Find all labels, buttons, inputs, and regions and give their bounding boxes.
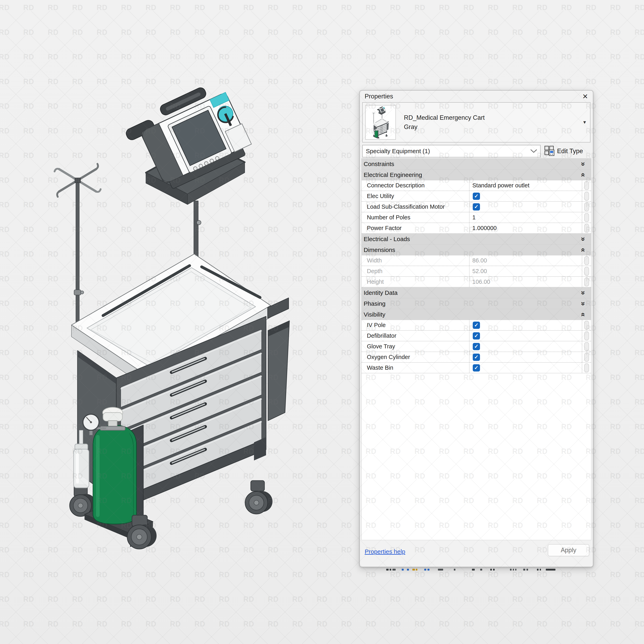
property-label: Defibrillator bbox=[367, 332, 396, 339]
property-row-height: Height106.00 bbox=[362, 277, 591, 287]
expand-section-icon[interactable]: » bbox=[580, 161, 587, 167]
property-label: Load Sub-Classification Motor bbox=[367, 203, 445, 210]
monitor-pole bbox=[191, 201, 201, 264]
associate-parameter-button[interactable] bbox=[584, 202, 589, 211]
section-header-identity-data[interactable]: Identity Data» bbox=[362, 287, 591, 298]
pressure-gauge bbox=[83, 414, 99, 430]
selection-filter-combobox[interactable]: Specialty Equipment (1) bbox=[362, 145, 541, 157]
section-header-dimensions[interactable]: Dimensions« bbox=[362, 245, 591, 255]
toolbar-fragment-dash bbox=[493, 569, 495, 571]
property-row-elec-utility: Elec Utility✓ bbox=[362, 191, 591, 202]
close-icon[interactable]: ✕ bbox=[582, 93, 588, 100]
associate-parameter-button[interactable] bbox=[584, 342, 589, 351]
property-label: Width bbox=[367, 257, 382, 264]
type-dropdown-icon[interactable]: ▼ bbox=[579, 120, 590, 125]
associate-parameter-button[interactable] bbox=[584, 181, 589, 190]
selection-filter-label: Specialty Equipment (1) bbox=[366, 148, 530, 155]
type-name-block: RD_Medical Emergency Cart Gray bbox=[404, 113, 579, 132]
property-row-connector-description: Connector DescriptionStandard power outl… bbox=[362, 180, 591, 191]
checkbox-glove-tray[interactable]: ✓ bbox=[473, 343, 480, 350]
property-row-defibrillator: Defibrillator✓ bbox=[362, 331, 591, 341]
associate-parameter-button[interactable] bbox=[584, 331, 589, 340]
property-row-depth: Depth52.00 bbox=[362, 266, 591, 277]
property-label: Connector Description bbox=[367, 182, 425, 189]
property-row-glove-tray: Glove Tray✓ bbox=[362, 341, 591, 352]
associate-parameter-button[interactable] bbox=[584, 267, 589, 276]
property-value: 106.00 bbox=[472, 279, 490, 285]
toolbar-fragment-dash bbox=[412, 569, 415, 571]
property-label: Waste Bin bbox=[367, 364, 393, 371]
property-row-width: Width86.00 bbox=[362, 255, 591, 266]
associate-parameter-button[interactable] bbox=[584, 224, 589, 233]
filter-row: Specialty Equipment (1) Edit Type bbox=[362, 144, 590, 158]
property-label: Height bbox=[367, 279, 384, 285]
toolbar-fragment-dash bbox=[523, 569, 525, 571]
checkbox-waste-bin[interactable]: ✓ bbox=[473, 364, 480, 372]
associate-parameter-button[interactable] bbox=[584, 353, 589, 362]
expand-section-icon[interactable]: » bbox=[580, 289, 587, 296]
toolbar-fragment-dash bbox=[402, 569, 404, 571]
edit-type-button[interactable]: Edit Type bbox=[544, 146, 583, 157]
toolbar-fragment-dash bbox=[472, 569, 475, 571]
edit-type-label: Edit Type bbox=[557, 148, 583, 155]
checkbox-load-sub-classification-motor[interactable]: ✓ bbox=[473, 203, 480, 211]
caster-right bbox=[245, 481, 272, 514]
checkbox-elec-utility[interactable]: ✓ bbox=[473, 193, 480, 200]
property-label: Power Factor bbox=[367, 225, 401, 231]
section-label: Visibility bbox=[364, 311, 580, 318]
chevron-down-icon bbox=[530, 149, 537, 153]
iv-pole bbox=[55, 164, 101, 327]
toolbar-fragment-dash bbox=[510, 569, 512, 571]
property-value[interactable]: 1 bbox=[472, 214, 476, 221]
cart-illustration bbox=[55, 78, 289, 549]
toolbar-fragment-dash bbox=[392, 569, 396, 571]
associate-parameter-button[interactable] bbox=[584, 256, 589, 265]
properties-grid: Constraints»Electrical Engineering«Conne… bbox=[361, 158, 591, 540]
expand-section-icon[interactable]: » bbox=[580, 236, 587, 243]
associate-parameter-button[interactable] bbox=[584, 363, 589, 372]
property-row-iv-pole: IV Pole✓ bbox=[362, 320, 591, 331]
toolbar-fragment-dash bbox=[427, 569, 429, 571]
collapse-section-icon[interactable]: « bbox=[580, 311, 587, 318]
checkbox-oxygen-cylinder[interactable]: ✓ bbox=[473, 354, 480, 361]
section-header-phasing[interactable]: Phasing» bbox=[362, 298, 591, 309]
panel-titlebar: Properties ✕ bbox=[360, 91, 593, 102]
apply-button[interactable]: Apply bbox=[548, 544, 589, 556]
toolbar-fragment-dash bbox=[407, 569, 409, 571]
section-label: Electrical Engineering bbox=[364, 171, 580, 178]
property-label: Elec Utility bbox=[367, 193, 394, 199]
property-label: Depth bbox=[367, 268, 382, 275]
associate-parameter-button[interactable] bbox=[584, 278, 589, 286]
associate-parameter-button[interactable] bbox=[584, 192, 589, 201]
type-selector[interactable]: RD_Medical Emergency Cart Gray ▼ bbox=[362, 102, 590, 142]
associate-parameter-button[interactable] bbox=[584, 213, 589, 222]
property-row-power-factor: Power Factor1.000000 bbox=[362, 223, 591, 234]
family-name: RD_Medical Emergency Cart bbox=[404, 113, 579, 122]
property-value: 52.00 bbox=[472, 268, 487, 275]
checkbox-defibrillator[interactable]: ✓ bbox=[473, 332, 480, 340]
waste-bin bbox=[268, 298, 289, 421]
suction-canister bbox=[74, 444, 89, 488]
section-header-visibility[interactable]: Visibility« bbox=[362, 309, 591, 320]
toolbar-fragment-dash bbox=[386, 569, 389, 571]
section-header-electrical-engineering[interactable]: Electrical Engineering« bbox=[362, 169, 591, 180]
toolbar-fragment-dash bbox=[480, 569, 482, 571]
section-header-electrical-loads[interactable]: Electrical - Loads» bbox=[362, 234, 591, 245]
toolbar-fragment-dash bbox=[515, 569, 516, 571]
properties-help-link[interactable]: Properties help bbox=[365, 548, 405, 555]
property-value[interactable]: 1.000000 bbox=[472, 225, 497, 231]
section-header-constraints[interactable]: Constraints» bbox=[362, 159, 591, 169]
property-row-load-sub-classification-motor: Load Sub-Classification Motor✓ bbox=[362, 202, 591, 212]
section-label: Constraints bbox=[364, 161, 580, 167]
checkbox-iv-pole[interactable]: ✓ bbox=[473, 322, 480, 329]
property-label: Number of Poles bbox=[367, 214, 410, 221]
toolbar-fragment-dash bbox=[526, 569, 528, 571]
property-value[interactable]: Standard power outlet bbox=[472, 182, 529, 189]
collapse-section-icon[interactable]: « bbox=[580, 171, 587, 178]
expand-section-icon[interactable]: » bbox=[580, 300, 587, 307]
collapse-section-icon[interactable]: « bbox=[580, 247, 587, 253]
toolbar-fragment-dash bbox=[546, 569, 555, 571]
associate-parameter-button[interactable] bbox=[584, 321, 589, 330]
toolbar-fragment-dash bbox=[424, 569, 426, 571]
toolbar-fragment-dash bbox=[390, 569, 391, 571]
